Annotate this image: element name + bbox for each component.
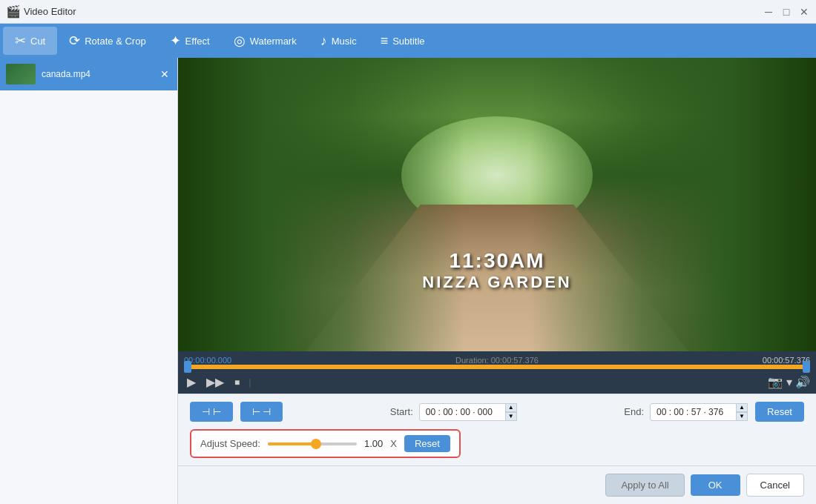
speed-label: Adjust Speed: <box>200 438 260 449</box>
sidebar: canada.mp4 ✕ <box>0 58 178 504</box>
progress-handle-left[interactable] <box>184 361 191 373</box>
snapshot-button[interactable]: 📷 ▾ 🔊 <box>768 375 810 389</box>
tab-watermark[interactable]: ◎ Watermark <box>222 27 309 55</box>
speed-slider-track[interactable] <box>268 442 357 445</box>
main-container: ✂ Cut ⟳ Rotate & Crop ✦ Effect ◎ Waterma… <box>0 24 816 504</box>
video-text-overlay: 11:30AM NIZZA GARDEN <box>422 249 571 292</box>
controls-row: ▶ ▶▶ ■ | 📷 ▾ 🔊 <box>184 374 810 391</box>
close-button[interactable]: ✕ <box>798 6 810 18</box>
progress-bar[interactable] <box>184 365 810 369</box>
maximize-button[interactable]: □ <box>780 6 792 18</box>
effect-icon: ✦ <box>170 33 181 49</box>
speed-control: Adjust Speed: 1.00 X Reset <box>190 429 461 458</box>
cancel-button[interactable]: Cancel <box>746 474 804 497</box>
speed-value: 1.00 <box>364 438 383 449</box>
app-title: Video Editor <box>24 6 76 17</box>
start-decrement-button[interactable]: ▼ <box>505 412 517 421</box>
cut-controls-row: ⊣ ⊢ ⊢ ⊣ Start: ▲ ▼ <box>190 402 804 422</box>
divider: | <box>249 377 251 388</box>
ok-button[interactable]: OK <box>691 474 740 496</box>
subtitle-icon: ≡ <box>381 33 389 49</box>
fast-forward-button[interactable]: ▶▶ <box>203 374 227 391</box>
toolbar: ✂ Cut ⟳ Rotate & Crop ✦ Effect ◎ Waterma… <box>0 24 816 58</box>
tab-effect[interactable]: ✦ Effect <box>158 27 222 55</box>
cut-button-2[interactable]: ⊢ ⊣ <box>240 402 283 422</box>
end-spinner: ▲ ▼ <box>736 403 748 421</box>
title-bar: 🎬 Video Editor ─ □ ✕ <box>0 0 816 24</box>
speed-unit: X <box>390 438 397 449</box>
speed-slider-fill <box>268 442 312 445</box>
file-thumbnail <box>6 64 36 84</box>
cut-icon-2: ⊢ ⊣ <box>252 406 272 417</box>
speed-slider-thumb[interactable] <box>311 439 321 449</box>
video-time-text: 11:30AM <box>422 249 571 273</box>
tab-rotate-crop[interactable]: ⟳ Rotate & Crop <box>57 27 157 55</box>
duration-label: Duration: 00:00:57.376 <box>455 356 539 365</box>
filename-label: canada.mp4 <box>42 69 152 79</box>
rotate-icon: ⟳ <box>69 33 80 49</box>
end-time-input[interactable] <box>650 403 739 421</box>
progress-handle-right[interactable] <box>803 361 810 373</box>
start-time-input[interactable] <box>419 403 508 421</box>
app-icon: 🎬 <box>6 4 21 19</box>
start-label: Start: <box>390 406 413 417</box>
start-increment-button[interactable]: ▲ <box>505 403 517 412</box>
end-increment-button[interactable]: ▲ <box>736 403 748 412</box>
video-preview: 11:30AM NIZZA GARDEN <box>178 58 816 351</box>
tab-music-label: Music <box>332 36 357 47</box>
video-area: 11:30AM NIZZA GARDEN 00:00:00.000 Durati… <box>178 58 816 504</box>
speed-slider-container <box>268 442 357 445</box>
progress-fill <box>184 365 810 369</box>
tree-left <box>178 58 465 351</box>
watermark-icon: ◎ <box>234 33 246 49</box>
apply-to-all-button[interactable]: Apply to All <box>605 474 684 497</box>
play-button[interactable]: ▶ <box>184 374 199 391</box>
end-decrement-button[interactable]: ▼ <box>736 412 748 421</box>
start-time-group: Start: ▲ ▼ <box>390 403 517 421</box>
stop-button[interactable]: ■ <box>231 376 243 389</box>
video-scene: 11:30AM NIZZA GARDEN <box>178 58 816 351</box>
bottom-bar: Apply to All OK Cancel <box>178 465 816 504</box>
tab-watermark-label: Watermark <box>250 36 297 47</box>
tab-subtitle-label: Subtitle <box>392 36 424 47</box>
tab-cut[interactable]: ✂ Cut <box>3 27 57 55</box>
minimize-button[interactable]: ─ <box>763 6 774 18</box>
tree-right <box>529 58 816 351</box>
tab-cut-label: Cut <box>30 36 45 47</box>
start-spinner: ▲ ▼ <box>505 403 517 421</box>
content-area: canada.mp4 ✕ 11:30AM N <box>0 58 816 504</box>
tab-effect-label: Effect <box>185 36 210 47</box>
second-row-controls: Adjust Speed: 1.00 X Reset <box>190 429 804 458</box>
time-labels: 00:00:00.000 Duration: 00:00:57.376 00:0… <box>184 356 810 365</box>
controls-panel: ⊣ ⊢ ⊢ ⊣ Start: ▲ ▼ <box>178 394 816 465</box>
music-icon: ♪ <box>320 33 327 49</box>
window-controls: ─ □ ✕ <box>763 6 810 18</box>
tab-subtitle[interactable]: ≡ Subtitle <box>369 27 437 55</box>
video-location-text: NIZZA GARDEN <box>422 273 571 292</box>
playback-bar: 00:00:00.000 Duration: 00:00:57.376 00:0… <box>178 351 816 394</box>
tab-music[interactable]: ♪ Music <box>309 27 369 55</box>
cut-icon-1: ⊣ ⊢ <box>202 406 221 417</box>
end-time-group: End: ▲ ▼ <box>624 403 748 421</box>
close-file-button[interactable]: ✕ <box>158 67 171 81</box>
end-time-input-wrap: ▲ ▼ <box>650 403 748 421</box>
sidebar-file-item[interactable]: canada.mp4 ✕ <box>0 58 177 90</box>
cut-icon: ✂ <box>15 33 26 49</box>
speed-reset-button[interactable]: Reset <box>404 435 450 452</box>
end-label: End: <box>624 406 644 417</box>
start-time-input-wrap: ▲ ▼ <box>419 403 517 421</box>
cut-button-1[interactable]: ⊣ ⊢ <box>190 402 233 422</box>
cut-reset-button[interactable]: Reset <box>755 402 804 422</box>
tab-rotate-crop-label: Rotate & Crop <box>85 36 145 47</box>
